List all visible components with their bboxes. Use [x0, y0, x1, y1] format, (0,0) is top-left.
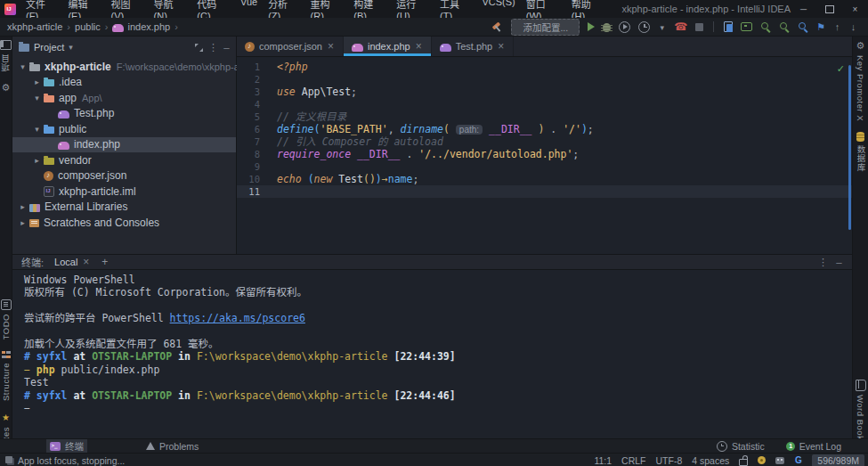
code-token: 'BASE_PATH': [320, 123, 387, 135]
tree-item[interactable]: ▸Scratches and Consoles: [12, 215, 236, 231]
code-token: (: [308, 173, 314, 185]
hide-terminal-icon[interactable]: [835, 257, 843, 268]
hammer-icon[interactable]: [491, 21, 503, 33]
inspections-ok-icon[interactable]: [837, 60, 845, 76]
tool-stripe-button[interactable]: 数据库: [855, 132, 867, 172]
editor-tab[interactable]: Test.php: [432, 37, 515, 56]
new-terminal-icon[interactable]: [101, 257, 109, 268]
tool-stripe-button[interactable]: TODO: [1, 299, 12, 339]
profiler-icon[interactable]: [638, 21, 650, 33]
replace-green-icon[interactable]: [779, 21, 790, 32]
breadcrumb-item[interactable]: xkphp-article: [7, 21, 62, 32]
lock-open-icon[interactable]: [739, 459, 748, 466]
memory-indicator[interactable]: 596/989M: [812, 454, 864, 466]
tree-item[interactable]: ▸.idea: [12, 75, 236, 91]
line-separator[interactable]: CRLF: [621, 455, 645, 466]
indent-setting[interactable]: 4 spaces: [692, 455, 729, 466]
chevron-icon[interactable]: ▸: [18, 202, 28, 211]
chevron-icon[interactable]: ▾: [18, 62, 28, 71]
run-icon[interactable]: [588, 22, 595, 31]
toolwindow-problems-button[interactable]: Problems: [142, 439, 202, 453]
caret-position[interactable]: 11:1: [594, 455, 612, 466]
run-config-button[interactable]: 添加配置...: [511, 19, 580, 36]
terminal-text: F:\workspace\demo\xkphp-article: [197, 389, 388, 402]
tree-item-label: xkphp-article.iml: [59, 185, 136, 198]
paste-icon[interactable]: [724, 21, 733, 32]
toolbar-separator: [713, 21, 714, 32]
tree-item[interactable]: ▸External Libraries: [12, 200, 236, 216]
terminal-output[interactable]: Windows PowerShell版权所有 (C) Microsoft Cor…: [12, 270, 852, 414]
maximize-button[interactable]: [816, 0, 842, 18]
code-token: .: [400, 148, 418, 160]
minimize-button[interactable]: ─: [791, 0, 816, 18]
workspace: 项目 TODOStructureFavorites Project ▾ ▾xkp…: [0, 37, 868, 438]
editor-scrollbar[interactable]: [848, 65, 851, 230]
toolwindow-bar-right: Statistic 1 Event Log: [713, 441, 868, 452]
caret-down-icon[interactable]: [658, 21, 666, 33]
code-editor[interactable]: composer.jsonindex.phpTest.php 1<?php23u…: [237, 37, 852, 254]
terminal-tab-local[interactable]: Local: [51, 255, 93, 269]
expand-panel-icon[interactable]: [194, 43, 204, 53]
up-arrow-icon[interactable]: [833, 21, 841, 33]
title-bar: 文件(F)编辑(E)视图(V)导航(N)代码(C)Vue分析(Z)重构(R)构建…: [0, 0, 868, 18]
code-token: '/': [563, 123, 581, 135]
stop-icon[interactable]: [695, 23, 703, 31]
disconnect-icon[interactable]: [674, 21, 687, 33]
tree-item[interactable]: composer.json: [12, 168, 236, 184]
chevron-icon[interactable]: ▸: [32, 156, 42, 165]
editor-tab[interactable]: index.php: [344, 37, 432, 56]
tree-item[interactable]: ▾public: [12, 121, 236, 137]
close-icon[interactable]: [415, 41, 423, 53]
search-green-icon[interactable]: [760, 21, 771, 32]
chevron-icon[interactable]: ▾: [32, 94, 42, 102]
editor-tab[interactable]: composer.json: [237, 37, 344, 56]
file-encoding[interactable]: UTF-8: [656, 455, 683, 466]
close-icon[interactable]: [82, 257, 90, 268]
terminal-options-icon[interactable]: [818, 257, 828, 268]
terminal-text: at: [67, 389, 92, 402]
tree-item[interactable]: index.php: [12, 137, 236, 153]
right-tool-stripe: Key Promoter X数据库 Word Book: [852, 37, 868, 438]
code-token: <?php: [277, 61, 308, 73]
breadcrumb-item[interactable]: index.php: [112, 21, 170, 32]
event-log-button[interactable]: 1 Event Log: [783, 441, 845, 452]
notification-icon[interactable]: [758, 456, 766, 464]
remote-agent-icon[interactable]: [775, 457, 784, 464]
preview-icon[interactable]: [741, 22, 752, 31]
tool-stripe-button[interactable]: Key Promoter X: [856, 40, 865, 121]
chevron-down-icon[interactable]: ▾: [69, 43, 73, 52]
toolwindow-switcher-icon[interactable]: [5, 456, 12, 463]
close-icon[interactable]: [327, 41, 335, 53]
tree-item[interactable]: ▸vendor: [12, 152, 236, 168]
down-arrow-icon[interactable]: [849, 21, 857, 33]
terminal-icon: [50, 442, 61, 451]
tree-item[interactable]: xkphp-article.iml: [12, 184, 236, 200]
tree-item-label: index.php: [74, 138, 120, 151]
bookmark-icon[interactable]: [816, 21, 825, 33]
toolwindow-terminal-button[interactable]: 终端: [46, 439, 87, 453]
tool-stripe-button[interactable]: Word Book: [856, 380, 866, 440]
tree-item[interactable]: Test.php: [12, 106, 236, 122]
close-button[interactable]: ×: [842, 0, 868, 18]
translate-g-icon[interactable]: [794, 454, 802, 466]
tool-stripe-button[interactable]: 项目: [0, 40, 12, 71]
tool-stripe-button[interactable]: Structure: [1, 350, 11, 401]
coverage-icon[interactable]: [619, 21, 630, 33]
chevron-icon[interactable]: ▸: [18, 218, 28, 227]
tree-item[interactable]: ▾xkphp-articleF:\workspace\demo\xkphp-ar…: [12, 59, 236, 75]
project-panel-title[interactable]: Project: [34, 42, 64, 53]
tool-stripe-label: 数据库: [855, 145, 867, 172]
tree-item[interactable]: ▾appApp\: [12, 90, 236, 106]
debug-icon[interactable]: [603, 23, 611, 32]
statistic-button[interactable]: Statistic: [713, 441, 768, 452]
code-area[interactable]: 1<?php23use App\Test;45// 定义根目录6define('…: [237, 57, 852, 198]
breadcrumb-item[interactable]: public: [75, 21, 101, 32]
close-icon[interactable]: [497, 41, 505, 53]
search-blue-icon[interactable]: [798, 21, 808, 32]
terminal-link[interactable]: https://aka.ms/pscore6: [170, 312, 305, 324]
chevron-icon[interactable]: ▸: [32, 78, 42, 86]
chevron-icon[interactable]: ▾: [32, 125, 42, 134]
panel-options-icon[interactable]: [208, 42, 218, 53]
tool-stripe-button[interactable]: [2, 82, 11, 94]
hide-panel-icon[interactable]: [223, 42, 231, 53]
